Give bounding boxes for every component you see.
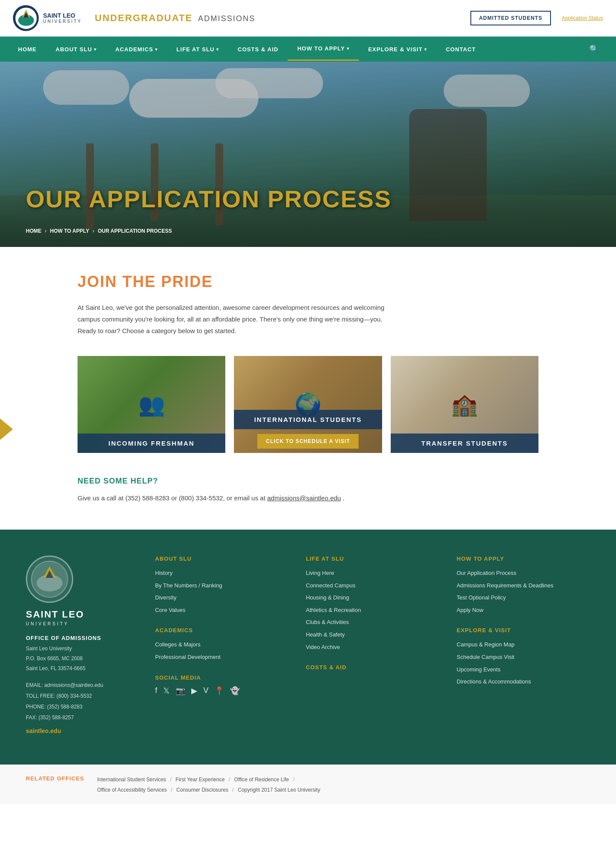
sep-4: / bbox=[171, 787, 172, 793]
header-right: ADMITTED STUDENTS Application Status bbox=[470, 11, 603, 25]
section-title: JOIN THE PRIDE bbox=[78, 273, 538, 291]
footer-tollfree: TOLL FREE: (800) 334-5532 bbox=[26, 691, 138, 702]
facebook-icon[interactable]: f bbox=[155, 686, 157, 696]
footer-link-test-optional[interactable]: Test Optional Policy bbox=[457, 592, 590, 604]
footer-link-professional-dev[interactable]: Professional Development bbox=[155, 651, 289, 664]
footer-email: EMAIL: admissions@saintleo.edu bbox=[26, 680, 138, 691]
related-link-first-year[interactable]: First Year Experience bbox=[176, 777, 225, 783]
nav-how-to-apply[interactable]: HOW TO APPLY ▾ bbox=[288, 37, 358, 61]
footer-logo-sub: UNIVERSITY bbox=[26, 621, 138, 626]
card-incoming-icon: 👥 bbox=[138, 392, 165, 417]
footer-link-athletics[interactable]: Athletics & Recreation bbox=[306, 604, 439, 617]
footer-grid: SAINT LEO UNIVERSITY OFFICE OF ADMISSION… bbox=[26, 555, 590, 734]
schedule-visit-button[interactable]: CLICK TO SCHEDULE A VISIT bbox=[257, 434, 358, 449]
search-icon[interactable]: 🔍 bbox=[581, 37, 607, 62]
footer-link-app-process[interactable]: Our Application Process bbox=[457, 567, 590, 580]
footer-link-admissions-req[interactable]: Admissions Requirements & Deadlines bbox=[457, 580, 590, 592]
instagram-icon[interactable]: 📷 bbox=[176, 686, 185, 696]
help-title: NEED SOME HELP? bbox=[78, 477, 538, 486]
dock-post-3 bbox=[215, 144, 223, 225]
footer-fax: FAX: (352) 588-8257 bbox=[26, 712, 138, 723]
footer-col-2: ABOUT SLU History By The Numbers / Ranki… bbox=[155, 555, 289, 734]
header-admissions: ADMISSIONS bbox=[198, 14, 255, 23]
footer-website[interactable]: saintleo.edu bbox=[26, 727, 138, 734]
related-offices-row: RELATED OFFICES International Student Se… bbox=[26, 774, 590, 795]
hero-section: OUR APPLICATION PROCESS HOME › HOW TO AP… bbox=[0, 62, 616, 247]
footer-link-schedule-visit[interactable]: Schedule Campus Visit bbox=[457, 651, 590, 664]
bottom-bar: RELATED OFFICES International Student Se… bbox=[0, 764, 616, 805]
footer-office-addr: Saint Leo UniversityP.O. Box 6665, MC 20… bbox=[26, 644, 138, 673]
footer-office-title: OFFICE OF ADMISSIONS bbox=[26, 635, 138, 641]
breadcrumb-sep-2: › bbox=[93, 228, 94, 234]
related-offices-label: RELATED OFFICES bbox=[26, 774, 84, 782]
hero-title: OUR APPLICATION PROCESS bbox=[26, 186, 392, 212]
logo-name: SAINT LEO bbox=[43, 12, 82, 19]
footer-link-housing-dining[interactable]: Housing & Dining bbox=[306, 592, 439, 604]
snapchat-icon[interactable]: 👻 bbox=[230, 686, 240, 696]
youtube-icon[interactable]: ▶ bbox=[191, 686, 197, 696]
nav-academics[interactable]: ACADEMICS ▾ bbox=[106, 38, 167, 60]
related-link-accessibility[interactable]: Office of Accessibility Services bbox=[97, 787, 167, 793]
footer-link-clubs[interactable]: Clubs & Activities bbox=[306, 616, 439, 629]
pinterest-icon[interactable]: 📍 bbox=[215, 686, 224, 696]
hero-figure bbox=[409, 109, 487, 221]
application-status-link[interactable]: Application Status bbox=[562, 15, 603, 21]
footer-about-slu-title: ABOUT SLU bbox=[155, 555, 289, 562]
footer-col-3: LIFE AT SLU Living Here Connected Campus… bbox=[306, 555, 439, 734]
help-email-link[interactable]: admissions@saintleo.edu bbox=[267, 494, 341, 502]
related-link-international[interactable]: International Student Services bbox=[97, 777, 166, 783]
card-transfer-icon: 🏫 bbox=[451, 392, 478, 417]
footer-link-diversity[interactable]: Diversity bbox=[155, 592, 289, 604]
related-link-disclosures[interactable]: Consumer Disclosures bbox=[176, 787, 228, 793]
side-triangle bbox=[0, 418, 13, 440]
footer-office: OFFICE OF ADMISSIONS Saint Leo Universit… bbox=[26, 635, 138, 673]
footer-logo-circle bbox=[26, 555, 73, 603]
footer-social-media-title: SOCIAL MEDIA bbox=[155, 674, 289, 681]
breadcrumb-home[interactable]: HOME bbox=[26, 228, 41, 234]
help-text: Give us a call at (352) 588-8283 or (800… bbox=[78, 492, 538, 504]
card-international-students[interactable]: 🌍 INTERNATIONAL STUDENTS CLICK TO SCHEDU… bbox=[234, 356, 382, 453]
footer-link-numbers[interactable]: By The Numbers / Ranking bbox=[155, 580, 289, 592]
footer-link-connected-campus[interactable]: Connected Campus bbox=[306, 580, 439, 592]
footer-link-history[interactable]: History bbox=[155, 567, 289, 580]
logo-sub: UNIVERSITY bbox=[43, 19, 82, 24]
nav-home[interactable]: HOME bbox=[9, 38, 46, 60]
nav-about-slu[interactable]: ABOUT SLU ▾ bbox=[46, 38, 106, 60]
footer-link-upcoming-events[interactable]: Upcoming Events bbox=[457, 664, 590, 676]
footer-how-to-apply-title: HOW TO APPLY bbox=[457, 555, 590, 562]
vimeo-icon[interactable]: V bbox=[203, 686, 208, 696]
footer-link-directions[interactable]: Directions & Accommodations bbox=[457, 676, 590, 688]
footer-phone: PHONE: (352) 588-8283 bbox=[26, 702, 138, 712]
twitter-icon[interactable]: 𝕏 bbox=[163, 686, 170, 696]
admitted-students-button[interactable]: ADMITTED STUDENTS bbox=[470, 11, 551, 25]
breadcrumb-how-to-apply[interactable]: HOW TO APPLY bbox=[50, 228, 89, 234]
footer-contact-info: EMAIL: admissions@saintleo.edu TOLL FREE… bbox=[26, 680, 138, 724]
card-incoming-label: INCOMING FRESHMAN bbox=[78, 434, 225, 453]
header: SAINT LEO UNIVERSITY UNDERGRADUATE ADMIS… bbox=[0, 0, 616, 37]
nav-explore-visit[interactable]: EXPLORE & VISIT ▾ bbox=[359, 38, 436, 60]
nav-contact[interactable]: CONTACT bbox=[436, 38, 485, 60]
card-international-label: INTERNATIONAL STUDENTS bbox=[234, 410, 382, 429]
footer-link-colleges[interactable]: Colleges & Majors bbox=[155, 639, 289, 651]
card-transfer-students[interactable]: 🏫 TRANSFER STUDENTS bbox=[391, 356, 538, 453]
sep-1: / bbox=[170, 777, 171, 783]
footer-link-living-here[interactable]: Living Here bbox=[306, 567, 439, 580]
footer-link-video-archive[interactable]: Video Archive bbox=[306, 641, 439, 654]
footer-link-core-values[interactable]: Core Values bbox=[155, 604, 289, 617]
footer-link-campus-map[interactable]: Campus & Region Map bbox=[457, 639, 590, 651]
nav-life-at-slu[interactable]: LIFE AT SLU ▾ bbox=[167, 38, 228, 60]
about-slu-arrow: ▾ bbox=[94, 47, 96, 52]
main-nav: HOME ABOUT SLU ▾ ACADEMICS ▾ LIFE AT SLU… bbox=[0, 37, 616, 62]
sep-5: / bbox=[232, 787, 233, 793]
help-period: . bbox=[343, 494, 345, 502]
footer-life-at-slu-title: LIFE AT SLU bbox=[306, 555, 439, 562]
footer-col-4: HOW TO APPLY Our Application Process Adm… bbox=[457, 555, 590, 734]
card-incoming-freshman[interactable]: 👥 INCOMING FRESHMAN bbox=[78, 356, 225, 453]
related-link-residence[interactable]: Office of Residence Life bbox=[234, 777, 289, 783]
footer-link-health-safety[interactable]: Health & Safety bbox=[306, 629, 439, 641]
nav-costs-aid[interactable]: COSTS & AID bbox=[228, 38, 288, 60]
hero-title-container: OUR APPLICATION PROCESS bbox=[26, 186, 392, 212]
footer-link-apply-now[interactable]: Apply Now bbox=[457, 604, 590, 617]
footer-costs-aid-title: COSTS & AID bbox=[306, 664, 439, 671]
breadcrumb: HOME › HOW TO APPLY › OUR APPLICATION PR… bbox=[26, 228, 172, 234]
